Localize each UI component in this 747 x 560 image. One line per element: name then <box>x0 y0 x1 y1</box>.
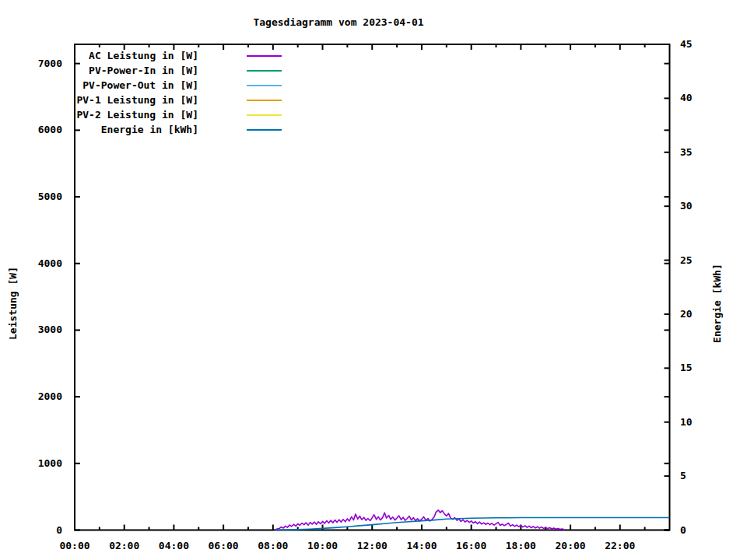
x-tick-label: 08:00 <box>258 540 288 551</box>
legend-label: PV-Power-In in [W] <box>70 65 198 76</box>
y-left-tick-label: 6000 <box>38 124 62 135</box>
y-left-tick-label: 4000 <box>38 257 62 269</box>
legend-label: PV-Power-Out in [W] <box>70 79 198 91</box>
y-left-tick-label: 2000 <box>38 390 62 402</box>
legend-line-swatch <box>247 85 282 86</box>
legend-label: AC Leistung in [W] <box>70 50 198 61</box>
y-right-tick-label: 25 <box>680 254 693 266</box>
y-left-tick-label: 5000 <box>38 191 62 202</box>
chart-title: Tagesdiagramm vom 2023-04-01 <box>253 16 423 28</box>
y-left-tick-label: 0 <box>56 524 62 536</box>
y-left-tick-label: 1000 <box>38 457 62 469</box>
legend-label: PV-2 Leistung in [W] <box>70 109 198 121</box>
x-tick-label: 18:00 <box>506 540 536 551</box>
y-left-tick-label: 3000 <box>38 324 62 335</box>
legend-line-swatch <box>247 100 282 101</box>
y-right-tick-label: 5 <box>680 470 686 481</box>
y-axis-label-left: Leistung [W] <box>7 267 19 340</box>
x-tick-label: 16:00 <box>456 540 486 551</box>
x-tick-label: 10:00 <box>307 540 338 551</box>
legend-line-swatch <box>247 55 282 57</box>
legend-item: Energie in [kWh] <box>70 122 288 137</box>
legend-item: PV-1 Leistung in [W] <box>70 93 288 107</box>
x-tick-label: 12:00 <box>357 540 388 551</box>
y-right-tick-label: 20 <box>680 308 693 320</box>
y-right-tick-label: 15 <box>680 362 693 373</box>
y-axis-label-right: Energie [kWh] <box>711 264 723 343</box>
legend-label: PV-1 Leistung in [W] <box>70 94 198 106</box>
chart-figure: 00:0002:0004:0006:0008:0010:0012:0014:00… <box>0 0 747 560</box>
legend-item: PV-Power-Out in [W] <box>70 78 288 93</box>
legend-item: PV-Power-In in [W] <box>70 63 288 78</box>
y-right-tick-label: 35 <box>680 146 693 158</box>
legend-label: Energie in [kWh] <box>70 124 198 135</box>
x-tick-label: 00:00 <box>59 540 89 551</box>
legend-line-swatch <box>247 114 282 116</box>
legend-item: AC Leistung in [W] <box>70 48 288 63</box>
x-tick-label: 20:00 <box>556 540 586 551</box>
y-right-tick-label: 30 <box>680 200 693 212</box>
y-right-tick-label: 0 <box>680 524 686 536</box>
x-tick-label: 02:00 <box>109 540 139 551</box>
legend-line-swatch <box>247 129 282 131</box>
x-tick-label: 22:00 <box>605 540 635 551</box>
y-right-tick-label: 10 <box>680 416 693 428</box>
x-tick-label: 14:00 <box>406 540 437 551</box>
y-left-tick-label: 7000 <box>38 58 62 69</box>
legend-item: PV-2 Leistung in [W] <box>70 107 288 122</box>
x-tick-label: 06:00 <box>209 540 239 551</box>
legend: AC Leistung in [W]PV-Power-In in [W]PV-P… <box>70 48 288 137</box>
y-right-tick-label: 40 <box>680 92 693 103</box>
legend-line-swatch <box>247 70 282 72</box>
y-right-tick-label: 45 <box>680 38 693 50</box>
x-tick-label: 04:00 <box>159 540 189 551</box>
